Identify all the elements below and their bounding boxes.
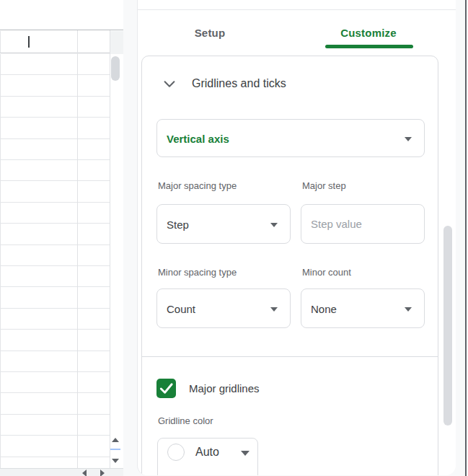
dropdown-arrow-icon	[270, 307, 278, 312]
cell-text-cursor	[28, 36, 30, 48]
minor-count-dropdown[interactable]: None	[301, 288, 425, 328]
scroll-up-icon[interactable]	[112, 438, 119, 442]
scroll-right-icon[interactable]	[100, 470, 105, 476]
major-step-input[interactable]	[301, 204, 425, 244]
active-tab-indicator	[325, 45, 413, 48]
major-gridlines-checkbox[interactable]	[156, 379, 176, 398]
section-title: Gridlines and ticks	[192, 76, 286, 92]
screen: Setup Customize Gridlines and ticks Vert…	[0, 0, 468, 476]
section-divider	[142, 356, 438, 357]
spreadsheet-area	[0, 0, 123, 476]
window-edge-line	[465, 0, 467, 476]
sheet-gridline-rows[interactable]	[0, 54, 110, 468]
sheet-horizontal-scrollbar[interactable]	[0, 468, 123, 476]
sheet-vertical-scrollbar-thumb[interactable]	[111, 56, 120, 81]
sheet-column-gridline	[110, 30, 110, 468]
chevron-down-icon[interactable]	[162, 76, 177, 92]
gridline-color-label: Gridline color	[158, 415, 213, 426]
scroll-down-icon[interactable]	[112, 459, 119, 463]
color-swatch-circle	[167, 444, 185, 461]
panel-header-divider	[138, 9, 456, 10]
dropdown-arrow-icon	[241, 451, 250, 456]
scroll-left-icon[interactable]	[82, 470, 87, 476]
tab-setup[interactable]: Setup	[174, 25, 246, 41]
axis-select-value: Vertical axis	[167, 132, 229, 144]
dropdown-arrow-icon	[405, 307, 412, 312]
panel-scrollbar-thumb[interactable]	[443, 226, 452, 426]
dropdown-arrow-icon	[405, 137, 412, 141]
major-spacing-type-value: Step	[167, 218, 189, 230]
sheet-first-row[interactable]	[0, 31, 110, 53]
section-header[interactable]: Gridlines and ticks	[142, 74, 438, 94]
chart-editor-panel: Setup Customize Gridlines and ticks Vert…	[137, 0, 456, 475]
axis-select-dropdown[interactable]: Vertical axis	[156, 119, 425, 157]
minor-spacing-type-dropdown[interactable]: Count	[156, 288, 291, 328]
tab-customize[interactable]: Customize	[318, 25, 419, 41]
sheet-column-gridline	[77, 30, 78, 468]
scroll-position-indicator	[110, 449, 120, 450]
minor-spacing-type-value: Count	[167, 302, 195, 314]
major-step-label: Major step	[302, 180, 346, 191]
scrollbar-top-gutter	[110, 31, 123, 54]
minor-count-value: None	[311, 302, 337, 314]
minor-spacing-type-label: Minor spacing type	[158, 267, 237, 278]
major-gridlines-label: Major gridlines	[189, 382, 260, 395]
dropdown-arrow-icon	[270, 223, 278, 227]
sheet-header-band	[0, 0, 123, 30]
gridline-color-dropdown[interactable]: Auto	[157, 438, 258, 475]
major-spacing-type-label: Major spacing type	[158, 180, 237, 191]
minor-count-label: Minor count	[302, 267, 351, 278]
gridlines-and-ticks-card: Gridlines and ticks Vertical axis Major …	[141, 56, 438, 475]
gridline-color-value: Auto	[195, 446, 219, 459]
major-spacing-type-dropdown[interactable]: Step	[156, 204, 291, 244]
